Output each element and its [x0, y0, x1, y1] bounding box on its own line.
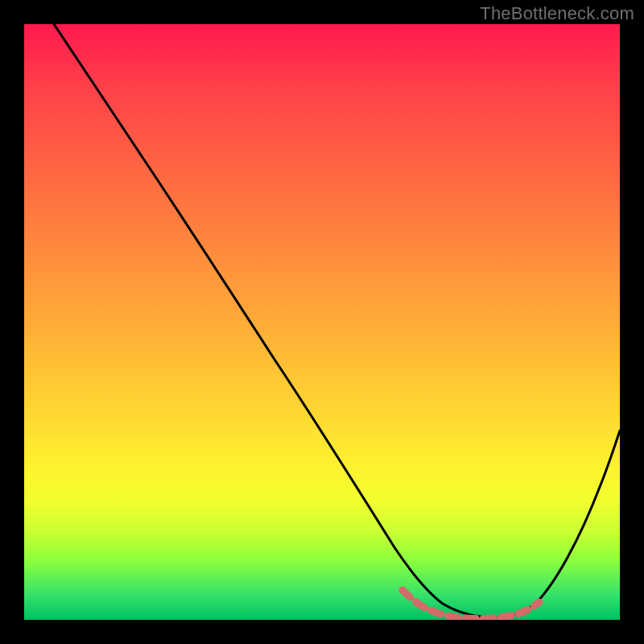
plot-area — [24, 24, 620, 620]
curve-highlight — [402, 590, 539, 618]
watermark-text: TheBottleneck.com — [480, 3, 634, 24]
curve-main — [54, 24, 620, 617]
chart-frame: TheBottleneck.com — [0, 0, 644, 644]
chart-svg — [24, 24, 620, 620]
